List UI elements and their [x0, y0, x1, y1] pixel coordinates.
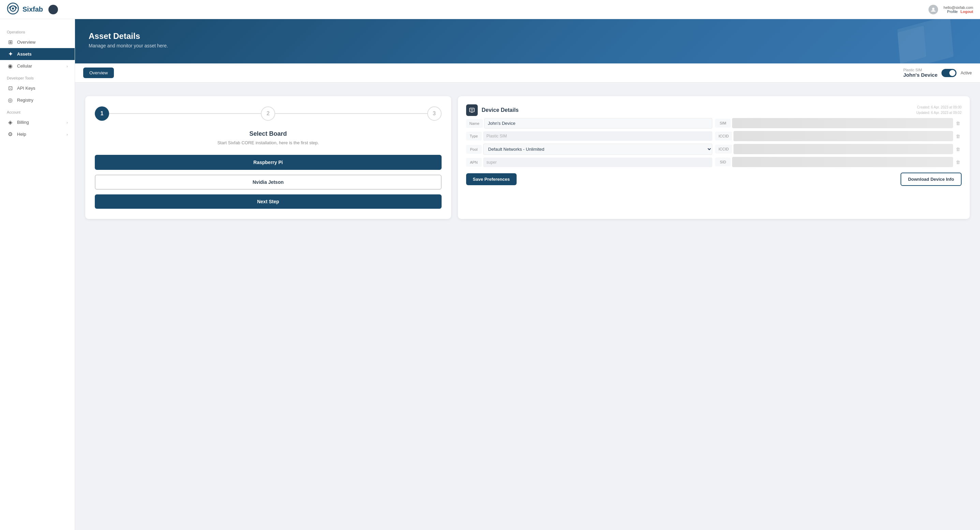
wizard-title: Select Board	[95, 130, 442, 137]
board-nvidia-jetson-button[interactable]: Nvidia Jetson	[95, 175, 442, 189]
board-raspberry-pi-button[interactable]: Raspberry Pi	[95, 155, 442, 170]
overview-icon: ⊞	[7, 39, 14, 45]
field-input-iccid2	[733, 144, 953, 154]
device-type-label: Plastic SIM	[903, 68, 937, 72]
device-label-group: Plastic SIM John's Device	[903, 68, 937, 78]
next-step-button[interactable]: Next Step	[95, 194, 442, 209]
top-navigation: Sixfab hello@sixfab.com Profile Logout	[0, 0, 980, 19]
field-input-name[interactable]	[484, 118, 712, 129]
cellular-icon: ◉	[7, 63, 14, 69]
logo-text: Sixfab	[22, 5, 43, 13]
top-bar: Overview Plastic SIM John's Device Activ…	[75, 64, 980, 83]
field-label-type: Type	[466, 132, 482, 140]
page-content: 1 2 3 Select Board Start Sixfab CORE ins…	[75, 83, 980, 530]
device-label-area: Plastic SIM John's Device Active	[903, 68, 972, 78]
svg-point-2	[12, 8, 14, 10]
sidebar-label-api-keys: API Keys	[17, 86, 35, 91]
field-label-name: Name	[466, 119, 483, 128]
chevron-right-icon: ›	[67, 64, 68, 68]
device-dates: Created: 6 Apr. 2023 at 09:00 Updated: 6…	[916, 105, 962, 116]
sidebar-item-help[interactable]: ⚙ Help ›	[0, 128, 75, 140]
active-toggle[interactable]	[942, 69, 956, 77]
details-right: SIM 🗑 ICCID 🗑 ICCID	[715, 118, 962, 167]
user-info: hello@sixfab.com Profile Logout	[943, 5, 973, 14]
trash-iccid2-button[interactable]: 🗑	[955, 145, 962, 153]
sidebar-item-registry[interactable]: ◎ Registry	[0, 94, 75, 106]
logo-area: Sixfab	[7, 2, 43, 17]
sidebar-item-cellular[interactable]: ◉ Cellular ›	[0, 60, 75, 72]
page-title: Asset Details	[89, 31, 966, 41]
sidebar-item-billing[interactable]: ◈ Billing ›	[0, 116, 75, 128]
sidebar-label-registry: Registry	[17, 97, 33, 103]
download-device-info-button[interactable]: Download Device Info	[900, 173, 962, 186]
device-details-title: Device Details	[482, 107, 519, 113]
profile-link[interactable]: Profile	[947, 10, 958, 14]
field-group-sid: SID 🗑	[715, 157, 962, 167]
nav-toggle-button[interactable]	[48, 5, 58, 14]
wizard-steps: 1 2 3	[95, 107, 442, 121]
assets-icon: ✦	[7, 51, 14, 57]
billing-icon: ◈	[7, 119, 14, 126]
field-input-type	[483, 131, 713, 141]
content-grid: 1 2 3 Select Board Start Sixfab CORE ins…	[85, 96, 970, 219]
field-group-iccid: ICCID 🗑	[715, 131, 962, 141]
sidebar-section-label-operations: Operations	[0, 26, 75, 36]
registry-icon: ◎	[7, 97, 14, 103]
trash-iccid-button[interactable]: 🗑	[955, 132, 962, 140]
sidebar-label-billing: Billing	[17, 120, 29, 125]
help-icon: ⚙	[7, 131, 14, 137]
sidebar-item-assets[interactable]: ✦ Assets	[0, 48, 75, 60]
hero-banner: Asset Details Manage and monitor your as…	[75, 19, 980, 64]
sidebar-label-assets: Assets	[17, 51, 32, 57]
active-status-label: Active	[961, 71, 972, 75]
field-group-apn: APN	[466, 158, 713, 167]
step-3-circle: 3	[427, 107, 442, 121]
toggle-knob	[949, 70, 955, 76]
field-input-sid	[732, 157, 953, 167]
wizard-card: 1 2 3 Select Board Start Sixfab CORE ins…	[85, 96, 451, 219]
step-1-circle: 1	[95, 107, 109, 121]
topnav-right: hello@sixfab.com Profile Logout	[929, 5, 973, 14]
bottom-actions: Save Preferences Download Device Info	[466, 173, 962, 186]
save-preferences-button[interactable]: Save Preferences	[466, 173, 517, 185]
chevron-right-help-icon: ›	[67, 132, 68, 137]
svg-rect-6	[471, 112, 473, 113]
sidebar-label-cellular: Cellular	[17, 64, 32, 68]
avatar	[929, 5, 938, 14]
field-input-iccid	[733, 131, 953, 141]
sidebar-section-label-account: Account	[0, 106, 75, 116]
page-subtitle: Manage and monitor your asset here.	[89, 43, 966, 48]
user-email: hello@sixfab.com	[943, 5, 973, 10]
sidebar-item-api-keys[interactable]: ⊡ API Keys	[0, 82, 75, 94]
tab-overview[interactable]: Overview	[83, 67, 114, 78]
svg-rect-5	[471, 109, 473, 111]
created-date: Created: 6 Apr. 2023 at 09:00	[916, 105, 962, 110]
sidebar-item-overview[interactable]: ⊞ Overview	[0, 36, 75, 48]
trash-sim-button[interactable]: 🗑	[955, 119, 962, 127]
device-icon	[466, 104, 478, 116]
details-left: Name Type Pool Default Networks - Unlim	[466, 118, 713, 167]
sidebar-section-account: Account ◈ Billing › ⚙ Help ›	[0, 106, 75, 140]
device-details-header: Device Details Created: 6 Apr. 2023 at 0…	[466, 104, 962, 116]
logo-icon	[7, 2, 19, 17]
field-label-apn: APN	[466, 158, 482, 167]
svg-point-3	[932, 8, 935, 10]
device-name-label: John's Device	[903, 72, 937, 78]
field-group-iccid2: ICCID 🗑	[715, 144, 962, 154]
logout-link[interactable]: Logout	[961, 10, 973, 14]
sidebar-section-label-developer: Developer Tools	[0, 72, 75, 82]
wizard-subtitle: Start Sixfab CORE installation, here is …	[95, 140, 442, 145]
main-content: Asset Details Manage and monitor your as…	[75, 19, 980, 530]
app-body: Operations ⊞ Overview ✦ Assets ◉ Cellula…	[0, 19, 980, 530]
trash-sid-button[interactable]: 🗑	[955, 158, 962, 166]
device-details-card: Device Details Created: 6 Apr. 2023 at 0…	[458, 96, 970, 219]
field-input-sim	[732, 118, 953, 128]
step-line-2	[275, 113, 427, 114]
step-2-circle: 2	[261, 107, 275, 121]
sidebar-section-developer: Developer Tools ⊡ API Keys ◎ Registry	[0, 72, 75, 106]
field-label-pool: Pool	[466, 145, 482, 154]
field-select-pool[interactable]: Default Networks - Unlimited	[483, 143, 713, 155]
sidebar: Operations ⊞ Overview ✦ Assets ◉ Cellula…	[0, 19, 75, 530]
sidebar-section-operations: Operations ⊞ Overview ✦ Assets ◉ Cellula…	[0, 26, 75, 72]
updated-date: Updated: 6 Apr. 2023 at 09:02	[916, 110, 962, 116]
